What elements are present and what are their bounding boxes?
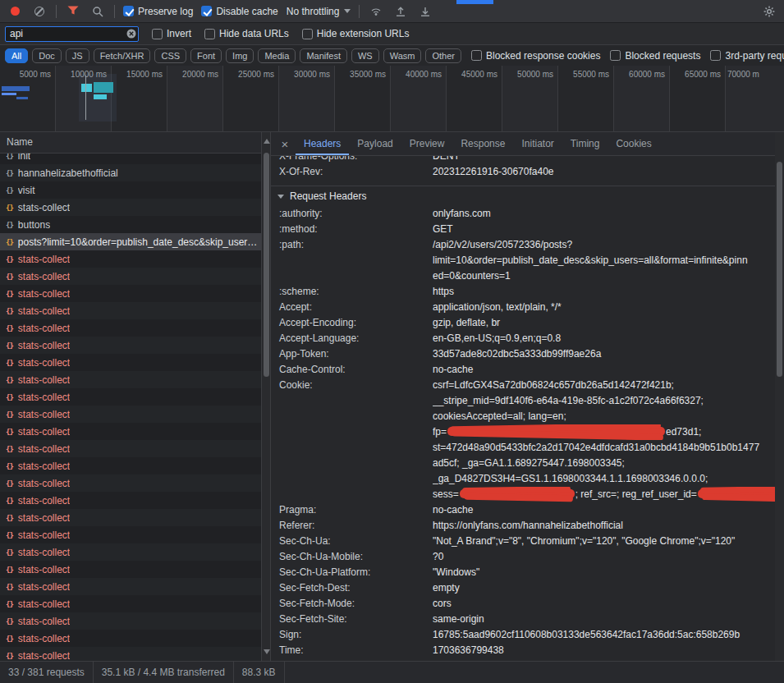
preserve-log-checkbox[interactable]: Preserve log bbox=[123, 6, 193, 17]
request-row[interactable]: {}stats-collect bbox=[0, 474, 261, 492]
request-name: stats-collect bbox=[18, 581, 70, 593]
request-row[interactable]: {}stats-collect bbox=[0, 526, 261, 543]
request-row[interactable]: {}stats-collect bbox=[0, 647, 261, 661]
request-row[interactable]: {}posts?limit=10&order=publish_date_desc… bbox=[0, 233, 261, 250]
blocked-response-cookies-checkbox[interactable]: Blocked response cookies bbox=[471, 50, 600, 62]
type-filter-wasm[interactable]: Wasm bbox=[383, 48, 422, 63]
request-row[interactable]: {}stats-collect bbox=[0, 268, 261, 285]
request-list-scrollbar[interactable] bbox=[261, 132, 270, 661]
timeline-activity-bar bbox=[2, 86, 30, 91]
blocked-requests-checkbox[interactable]: Blocked requests bbox=[610, 50, 700, 62]
request-row[interactable]: {}stats-collect bbox=[0, 440, 261, 457]
settings-button[interactable] bbox=[761, 3, 777, 20]
tab-payload[interactable]: Payload bbox=[349, 132, 401, 155]
filter-input[interactable] bbox=[5, 26, 139, 42]
request-row[interactable]: {}stats-collect bbox=[0, 578, 261, 595]
header-row: Sec-Ch-Ua-Platform:"Windows" bbox=[271, 565, 775, 580]
timeline-overview[interactable]: 5000 ms10000 ms15000 ms20000 ms25000 ms3… bbox=[0, 66, 784, 132]
tab-preview[interactable]: Preview bbox=[401, 132, 453, 155]
request-type-icon: {} bbox=[6, 393, 13, 401]
search-button[interactable] bbox=[89, 3, 106, 20]
details-scrollbar[interactable] bbox=[775, 132, 784, 661]
request-name: stats-collect bbox=[18, 254, 70, 265]
request-row[interactable]: {}buttons bbox=[0, 216, 261, 233]
request-row[interactable]: {}hannahelizabethofficial bbox=[0, 164, 261, 181]
clear-filter-icon[interactable] bbox=[126, 29, 136, 39]
request-row[interactable]: {}stats-collect bbox=[0, 423, 261, 440]
request-row[interactable]: {}stats-collect bbox=[0, 595, 261, 612]
header-value-line: limit=10&order=publish_date_desc&skip_us… bbox=[433, 253, 775, 268]
type-filter-js[interactable]: JS bbox=[66, 48, 89, 63]
request-headers-list: :authority:onlyfans.com:method:GET:path:… bbox=[271, 206, 775, 658]
type-filter-css[interactable]: CSS bbox=[154, 48, 186, 63]
type-filter-other[interactable]: Other bbox=[425, 48, 461, 63]
throttling-select[interactable]: No throttling bbox=[287, 6, 351, 17]
tab-response[interactable]: Response bbox=[452, 132, 513, 155]
type-filter-doc[interactable]: Doc bbox=[32, 48, 62, 63]
request-row[interactable]: {}stats-collect bbox=[0, 319, 261, 337]
request-list-scrollbar-thumb[interactable] bbox=[264, 153, 269, 377]
header-value-line: "Windows" bbox=[433, 565, 775, 580]
filter-toggle-button[interactable] bbox=[65, 3, 81, 20]
request-row[interactable]: {}stats-collect bbox=[0, 543, 261, 561]
export-har-button[interactable] bbox=[417, 3, 433, 20]
tab-headers[interactable]: Headers bbox=[296, 132, 349, 155]
request-row[interactable]: {}stats-collect bbox=[0, 630, 261, 647]
request-rows: {}init{}hannahelizabethofficial{}visit{}… bbox=[0, 154, 261, 661]
blocked-response-cookies-checkbox-box[interactable] bbox=[471, 50, 482, 61]
request-row[interactable]: {}stats-collect bbox=[0, 612, 261, 630]
request-row[interactable]: {}stats-collect bbox=[0, 561, 261, 578]
third-party-requests-checkbox-box[interactable] bbox=[710, 50, 721, 61]
hide-extension-urls-checkbox-box[interactable] bbox=[302, 29, 313, 39]
disable-cache-checkbox[interactable]: Disable cache bbox=[201, 6, 277, 17]
hide-data-urls-checkbox-box[interactable] bbox=[204, 29, 215, 39]
disable-cache-checkbox-box[interactable] bbox=[201, 6, 212, 16]
import-har-button[interactable] bbox=[392, 3, 409, 20]
tab-timing[interactable]: Timing bbox=[562, 132, 608, 155]
request-row[interactable]: {}stats-collect bbox=[0, 492, 261, 509]
preserve-log-checkbox-box[interactable] bbox=[123, 6, 134, 16]
blocked-requests-checkbox-box[interactable] bbox=[610, 50, 621, 61]
header-name: Sec-Ch-Ua-Platform: bbox=[271, 565, 433, 580]
third-party-requests-checkbox[interactable]: 3rd-party requests bbox=[710, 50, 784, 62]
request-row[interactable]: {}stats-collect bbox=[0, 337, 261, 354]
type-filter-font[interactable]: Font bbox=[190, 48, 222, 63]
request-name: stats-collect bbox=[18, 409, 70, 420]
type-filter-fetch-xhr[interactable]: Fetch/XHR bbox=[94, 48, 151, 63]
hide-extension-urls-checkbox[interactable]: Hide extension URLs bbox=[302, 28, 410, 39]
request-row[interactable]: {}stats-collect bbox=[0, 457, 261, 474]
tab-cookies[interactable]: Cookies bbox=[607, 132, 659, 155]
request-type-icon: {} bbox=[6, 652, 13, 660]
request-row[interactable]: {}stats-collect bbox=[0, 388, 261, 406]
type-filter-all[interactable]: All bbox=[5, 48, 28, 63]
type-filter-manifest[interactable]: Manifest bbox=[300, 48, 347, 63]
network-conditions-button[interactable] bbox=[368, 3, 384, 20]
type-filter-img[interactable]: Img bbox=[226, 48, 254, 63]
hide-data-urls-checkbox[interactable]: Hide data URLs bbox=[204, 28, 289, 39]
header-name: Pragma: bbox=[271, 502, 433, 518]
request-row[interactable]: {}stats-collect bbox=[0, 199, 261, 216]
details-scrollbar-thumb[interactable] bbox=[777, 162, 782, 377]
invert-checkbox-box[interactable] bbox=[152, 29, 163, 39]
scroll-up-icon[interactable] bbox=[264, 139, 270, 144]
close-details-button[interactable]: × bbox=[274, 132, 296, 155]
request-row[interactable]: {}stats-collect bbox=[0, 285, 261, 302]
invert-checkbox[interactable]: Invert bbox=[152, 28, 191, 39]
request-row[interactable]: {}visit bbox=[0, 181, 261, 199]
tab-initiator[interactable]: Initiator bbox=[513, 132, 562, 155]
request-row[interactable]: {}stats-collect bbox=[0, 371, 261, 388]
request-row[interactable]: {}stats-collect bbox=[0, 354, 261, 371]
request-row[interactable]: {}stats-collect bbox=[0, 302, 261, 319]
type-filter-media[interactable]: Media bbox=[258, 48, 296, 63]
type-filter-ws[interactable]: WS bbox=[351, 48, 379, 63]
request-row[interactable]: {}init bbox=[0, 154, 261, 164]
request-row[interactable]: {}stats-collect bbox=[0, 250, 261, 268]
record-button[interactable] bbox=[7, 3, 23, 20]
request-headers-section[interactable]: Request Headers bbox=[271, 186, 775, 206]
request-row[interactable]: {}stats-collect bbox=[0, 406, 261, 423]
clear-button[interactable] bbox=[31, 3, 48, 20]
name-column-header[interactable]: Name bbox=[0, 132, 270, 154]
request-row[interactable]: {}stats-collect bbox=[0, 509, 261, 526]
scroll-down-icon[interactable] bbox=[264, 649, 270, 654]
header-row: Sec-Fetch-Dest:empty bbox=[271, 580, 775, 596]
